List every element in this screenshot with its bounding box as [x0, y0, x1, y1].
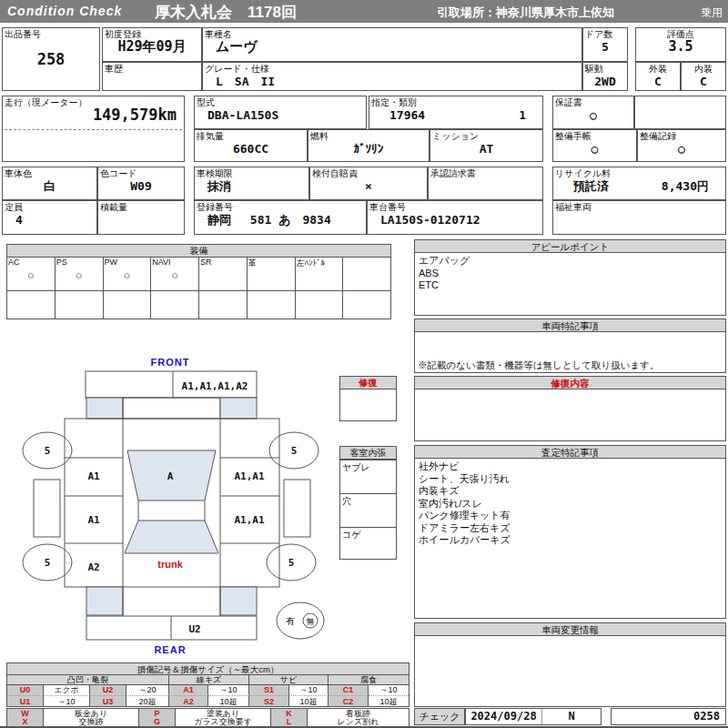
exterior-grade-value: C [636, 75, 680, 88]
model-code-value: DBA-LA150S [195, 108, 366, 122]
front-pillar-row [86, 398, 257, 419]
body-color-label: 車体色 [3, 167, 96, 179]
grade-label: グレード・仕様 [203, 63, 581, 75]
maintenance-record-label: 整備記録 [638, 130, 725, 142]
equipment-cell-extra [343, 258, 390, 290]
equipment-table: 装備 AC○ PS○ PW○ NAVI○ SR 革 左ﾊﾝﾄﾞﾙ [6, 244, 391, 319]
exterior-grade-label: 外装 [636, 63, 680, 75]
doors-box: ドア数 5 [582, 27, 628, 62]
inspection-value: 抹消 [195, 179, 308, 193]
vehicle-notes-disclaimer: ※記載のない書類・機器等は無しとして取り扱います。 [418, 359, 659, 372]
condition-check-logo: Condition Check [7, 4, 122, 18]
load-box: 積載量 [97, 200, 185, 235]
equipment-cell-leather: 革 [248, 258, 296, 290]
equipment-cell-ac: AC○ [7, 258, 56, 290]
warranty-label: 保証書 [553, 96, 633, 108]
equipment-row: AC○ PS○ PW○ NAVI○ SR 革 左ﾊﾝﾄﾞﾙ [7, 258, 390, 290]
spare-tire-indicator: 有 無 [277, 602, 324, 639]
maintenance-book-value: ○ [553, 142, 636, 156]
chassis-number-label: 車台番号 [368, 201, 542, 213]
equipment-empty-row [7, 290, 390, 318]
tire-rear-right-depth: 5 [288, 557, 295, 569]
tire-front-right-depth: 5 [291, 445, 298, 457]
chassis-number-box: 車台番号 LA150S-0120712 [367, 200, 543, 235]
recycle-fee-label: リサイクル料 [553, 167, 725, 179]
spare-tire-yes: 有 [286, 616, 295, 626]
car-damage-diagram: FRONT A1,A1,A1,A2 A [0, 353, 419, 664]
warranty-box: 保証書 ○ [552, 96, 634, 129]
interior-grade-value: C [682, 75, 725, 88]
model-name-label: 車種名 [203, 28, 581, 40]
damage-legend-row2: U1 ～10 U3 20超 A2 10超 S2 10超 C2 10超 [7, 695, 409, 706]
repair-details-title: 修復内容 [415, 377, 725, 389]
capacity-value: 4 [3, 213, 96, 227]
maintenance-book-box: 整備手帳 ○ [552, 129, 637, 162]
equipment-cell-pw: PW○ [104, 258, 152, 290]
maintenance-record-value: ○ [638, 142, 725, 156]
load-label: 積載量 [98, 201, 184, 213]
rear-label: REAR [154, 644, 186, 655]
class-label: 指定・類別 [369, 96, 542, 108]
spare-tire-no: 無 [307, 617, 315, 626]
front-label: FRONT [151, 357, 190, 368]
exterior-grade-box: 外装 C [635, 62, 681, 91]
mileage-box: 走行（現メーター） 149,579km [2, 96, 185, 162]
appeal-points-lines: エアバッグ ABS ETC [415, 253, 725, 315]
equipment-cell-navi: NAVI○ [151, 258, 199, 290]
class-sub-number: 1 [519, 108, 526, 122]
check-number: 0258 [611, 708, 726, 725]
equipment-cell-sr: SR [199, 258, 248, 290]
drive-box: 駆動 2WD [582, 62, 628, 91]
displacement-value: 660CC [195, 142, 307, 156]
welfare-label: 福祉車両 [553, 201, 725, 213]
inspection-label: 車検期限 [195, 167, 308, 179]
color-code-label: 色コード [98, 167, 184, 179]
body-color-value: 白 [3, 179, 96, 193]
body-color-box: 車体色 白 [2, 167, 97, 200]
grade-value: L SA II [203, 75, 581, 88]
mileage-divider [5, 129, 182, 130]
recycle-status: 預託済 [573, 179, 609, 193]
lot-number-box: 出品番号 258 [2, 27, 100, 91]
maintenance-record-box: 整備記録 ○ [637, 129, 726, 162]
damage-code-table: W 板金あり P 塗装あり K 看板跡 X 交換跡 G ガラス交換要す L レン… [6, 708, 410, 727]
score-value: 3.5 [636, 40, 725, 54]
repair-details-lines [415, 389, 725, 440]
welfare-box: 福祉車両 [552, 200, 726, 235]
assessment-notes-title: 査定特記事項 [415, 446, 725, 459]
damage-legend-table: 損傷記号＆損傷サイズ（～最大cm） 凸凹・亀裂 線キズ サビ 腐食 U0 エクボ… [6, 662, 410, 707]
registration-number-value: 静岡 581 あ 9834 [195, 213, 366, 227]
approval-box: 承認請求書 [428, 167, 543, 200]
vehicle-notes-title: 車両特記事項 [415, 319, 725, 332]
usage-type: 乗用 [701, 5, 723, 21]
tire-rear-left-depth: 5 [45, 557, 51, 569]
repair-details-panel: 修復内容 [414, 376, 726, 441]
check-flag: N [542, 709, 601, 724]
recycle-fee-value: 8,430円 [662, 179, 709, 193]
doors-value: 5 [583, 40, 627, 54]
damage-code-row1: W 板金あり P 塗装あり K 看板跡 [7, 709, 409, 718]
insurance-box: 検付自賠責 × [309, 167, 428, 200]
blank-box [634, 96, 726, 129]
appeal-points-panel: アピールポイント エアバッグ ABS ETC [414, 239, 726, 316]
grade-box: グレード・仕様 L SA II [202, 62, 582, 91]
check-label: チェック [414, 708, 465, 725]
class-number: 17964 [389, 108, 425, 122]
tire-rear-right: 5 [267, 544, 316, 581]
warranty-value: ○ [553, 108, 633, 122]
damage-code-row2: X 交換跡 G ガラス交換要す L レンズ割れ [7, 718, 409, 726]
first-registration-value: H29年09月 [103, 40, 201, 54]
rear-panel-section: U2 [86, 616, 257, 640]
trunk-label: trunk [157, 559, 183, 570]
auction-title: 厚木入札会 1178回 [155, 2, 297, 23]
rear-pillar-row [86, 587, 257, 616]
lot-number-value: 258 [3, 53, 99, 66]
model-code-box: 型式 DBA-LA150S [194, 96, 367, 129]
doors-label: ドア数 [583, 28, 627, 40]
interior-grade-label: 内装 [682, 63, 725, 75]
auction-sheet: Condition Check 厚木入札会 1178回 引取場所：神奈川県厚木市… [0, 0, 728, 728]
car-history-box: 車歴 [102, 62, 202, 91]
roof [138, 500, 205, 521]
model-name-box: 車種名 ムーヴ [202, 27, 582, 62]
insurance-label: 検付自賠責 [310, 167, 427, 179]
